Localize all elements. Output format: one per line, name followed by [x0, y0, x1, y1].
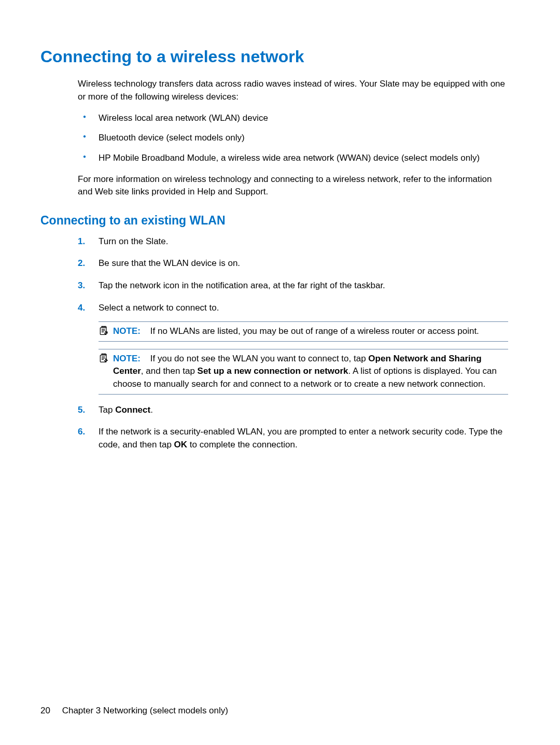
heading-connecting-wireless: Connecting to a wireless network — [40, 47, 508, 66]
more-info-paragraph: For more information on wireless technol… — [78, 173, 508, 199]
note-icon — [99, 325, 111, 338]
step-text-part: If the network is a security-enabled WLA… — [99, 427, 502, 449]
step-text: Select a network to connect to. — [99, 303, 219, 313]
note-bold: Set up a new connection or network — [198, 366, 348, 376]
note-box: NOTE: If no WLANs are listed, you may be… — [99, 321, 508, 342]
step-text-part: to complete the connection. — [187, 440, 298, 449]
steps-list: Turn on the Slate. Be sure that the WLAN… — [78, 235, 508, 452]
document-page: Connecting to a wireless network Wireles… — [0, 0, 560, 745]
note-label: NOTE: — [113, 326, 141, 336]
note-label: NOTE: — [113, 354, 141, 363]
note-box: NOTE: If you do not see the WLAN you wan… — [99, 349, 508, 395]
heading-existing-wlan: Connecting to an existing WLAN — [40, 213, 508, 228]
intro-section: Wireless technology transfers data acros… — [78, 78, 508, 198]
note-text-part: , and then tap — [141, 366, 198, 376]
chapter-label: Chapter 3 Networking (select models only… — [62, 706, 228, 715]
list-item: Bluetooth device (select models only) — [78, 132, 508, 145]
step-bold: OK — [174, 440, 188, 449]
step-item: If the network is a security-enabled WLA… — [78, 426, 508, 451]
note-text-part: If you do not see the WLAN you want to c… — [150, 354, 369, 363]
list-item: HP Mobile Broadband Module, a wireless w… — [78, 152, 508, 165]
list-item: Wireless local area network (WLAN) devic… — [78, 112, 508, 125]
note-text: If no WLANs are listed, you may be out o… — [150, 326, 479, 336]
page-number: 20 — [40, 706, 50, 715]
step-text-part: . — [150, 405, 153, 415]
step-text-part: Tap — [99, 405, 115, 415]
step-item: Be sure that the WLAN device is on. — [78, 257, 508, 270]
note-icon — [99, 353, 111, 366]
intro-paragraph: Wireless technology transfers data acros… — [78, 78, 508, 103]
step-item: Tap Connect. — [78, 404, 508, 417]
steps-section: Turn on the Slate. Be sure that the WLAN… — [78, 235, 508, 452]
device-list: Wireless local area network (WLAN) devic… — [78, 112, 508, 165]
step-item: Tap the network icon in the notification… — [78, 279, 508, 292]
page-footer: 20 Chapter 3 Networking (select models o… — [40, 706, 228, 716]
step-bold: Connect — [115, 405, 150, 415]
step-item: Turn on the Slate. — [78, 235, 508, 248]
step-item: Select a network to connect to. — [78, 302, 508, 395]
